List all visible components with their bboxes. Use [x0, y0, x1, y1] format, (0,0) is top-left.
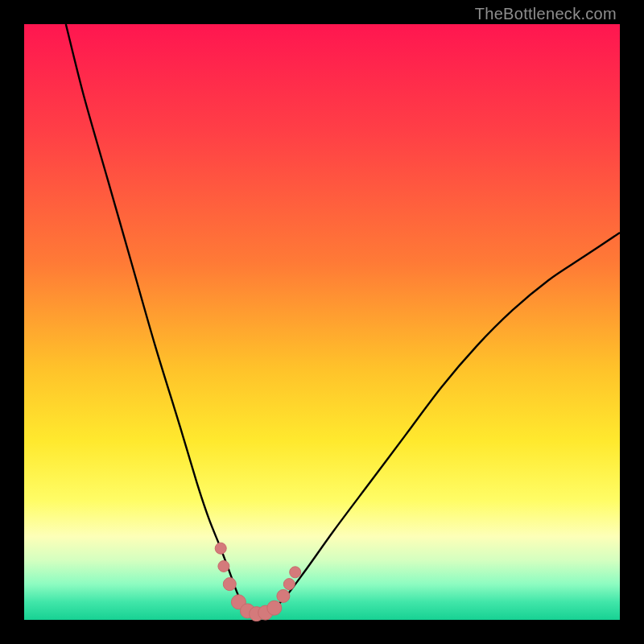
curve-marker [223, 578, 236, 591]
watermark-text: TheBottleneck.com [475, 5, 617, 23]
curve-marker-group [215, 543, 301, 621]
bottleneck-curve-path [66, 24, 620, 615]
curve-marker [215, 543, 226, 554]
curve-marker [267, 601, 282, 615]
curve-marker [218, 560, 229, 572]
curve-marker [283, 579, 295, 590]
curve-marker [290, 567, 301, 578]
bottleneck-curve-svg [24, 24, 620, 620]
chart-frame [24, 24, 620, 620]
curve-marker [277, 589, 290, 602]
